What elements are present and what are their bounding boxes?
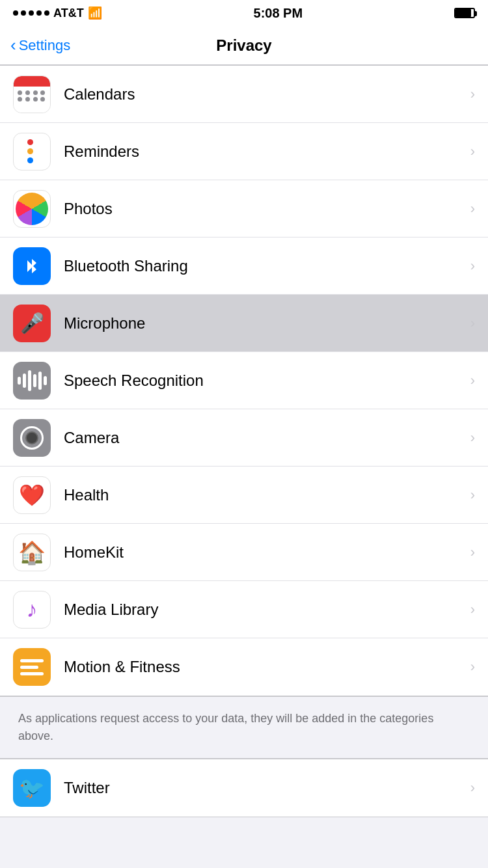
nav-bar: ‹ Settings Privacy (0, 26, 488, 65)
back-label: Settings (19, 37, 71, 54)
list-item-twitter[interactable]: 🐦 Twitter › (0, 759, 488, 817)
bluetooth-icon (13, 247, 51, 285)
photos-label: Photos (64, 200, 470, 218)
list-item-motion[interactable]: Motion & Fitness › (0, 638, 488, 696)
twitter-icon: 🐦 (13, 769, 51, 807)
list-item-bluetooth[interactable]: Bluetooth Sharing › (0, 237, 488, 295)
media-icon: ♪ (13, 591, 51, 629)
list-item-camera[interactable]: Camera › (0, 409, 488, 467)
status-bar: AT&T 📶 5:08 PM (0, 0, 488, 26)
chevron-icon: › (470, 544, 475, 561)
list-item-microphone[interactable]: 🎤 Microphone › (0, 295, 488, 352)
health-icon: ❤️ (13, 476, 51, 514)
signal-dot-2 (21, 10, 26, 16)
list-item-reminders[interactable]: Reminders › (0, 123, 488, 180)
microphone-icon: 🎤 (13, 305, 51, 342)
list-item-calendars[interactable]: Calendars › (0, 66, 488, 123)
speech-icon (13, 362, 51, 400)
media-label: Media Library (64, 601, 470, 619)
footer-note: As applications request access to your d… (0, 696, 488, 759)
signal-dots (13, 10, 49, 16)
wifi-icon: 📶 (88, 6, 102, 20)
back-button[interactable]: ‹ Settings (10, 37, 70, 54)
calendars-label: Calendars (64, 85, 470, 103)
chevron-icon: › (470, 143, 475, 160)
status-right (454, 8, 475, 18)
carrier-label: AT&T (53, 7, 84, 20)
twitter-label: Twitter (64, 779, 470, 797)
reminders-icon (13, 133, 51, 170)
bluetooth-label: Bluetooth Sharing (64, 257, 470, 275)
chevron-icon: › (470, 429, 475, 446)
chevron-icon: › (470, 601, 475, 618)
chevron-icon: › (470, 658, 475, 675)
privacy-list: Calendars › Reminders › Photos › Bluetoo… (0, 65, 488, 696)
chevron-icon: › (470, 487, 475, 504)
list-item-homekit[interactable]: 🏠 HomeKit › (0, 524, 488, 581)
microphone-label: Microphone (64, 314, 470, 332)
chevron-icon: › (470, 86, 475, 103)
page-title: Privacy (216, 36, 271, 55)
speech-label: Speech Recognition (64, 372, 470, 390)
camera-icon (13, 419, 51, 457)
status-left: AT&T 📶 (13, 6, 102, 20)
calendars-icon (13, 75, 51, 113)
health-label: Health (64, 486, 470, 504)
camera-label: Camera (64, 429, 470, 447)
signal-dot-4 (36, 10, 42, 16)
signal-dot-5 (44, 10, 49, 16)
chevron-icon: › (470, 372, 475, 389)
bottom-list: 🐦 Twitter › (0, 759, 488, 817)
chevron-icon: › (470, 200, 475, 217)
chevron-icon: › (470, 258, 475, 275)
motion-icon (13, 648, 51, 686)
signal-dot-1 (13, 10, 18, 16)
list-item-health[interactable]: ❤️ Health › (0, 467, 488, 524)
time-label: 5:08 PM (254, 6, 303, 21)
chevron-icon: › (470, 315, 475, 332)
list-item-speech[interactable]: Speech Recognition › (0, 352, 488, 409)
battery-fill (455, 9, 471, 17)
homekit-label: HomeKit (64, 543, 470, 562)
motion-label: Motion & Fitness (64, 658, 470, 676)
list-item-media[interactable]: ♪ Media Library › (0, 581, 488, 638)
back-chevron-icon: ‹ (10, 36, 16, 53)
chevron-icon: › (470, 780, 475, 796)
signal-dot-3 (29, 10, 34, 16)
homekit-icon: 🏠 (13, 534, 51, 571)
reminders-label: Reminders (64, 142, 470, 161)
list-item-photos[interactable]: Photos › (0, 180, 488, 237)
battery-icon (454, 8, 475, 18)
photos-icon (13, 190, 51, 228)
